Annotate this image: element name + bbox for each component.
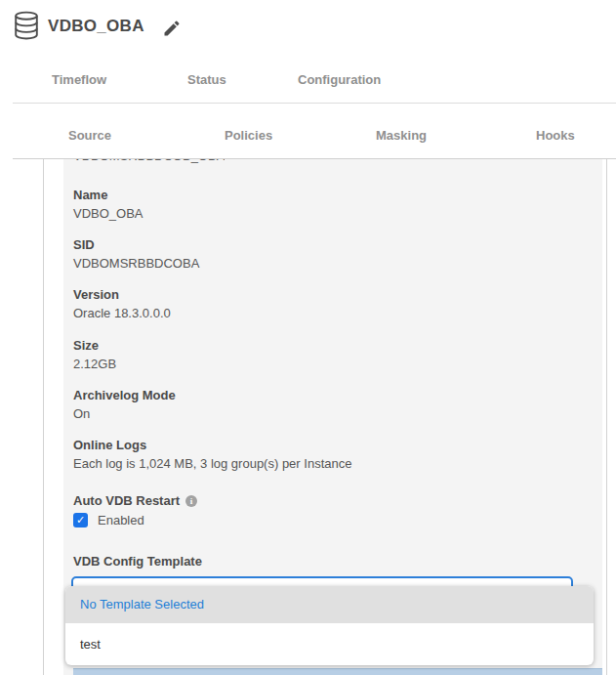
field-online-logs: Online Logs Each log is 1,024 MB, 3 log … [73, 438, 351, 471]
subtab-hooks[interactable]: Hooks [536, 128, 575, 143]
field-version: Version Oracle 18.3.0.0.0 [73, 287, 171, 320]
template-dropdown-menu: No Template Selected test [65, 586, 594, 665]
field-label: Archivelog Mode [73, 388, 176, 402]
enabled-checkbox[interactable]: ✓ [73, 513, 88, 527]
checkbox-label: Enabled [98, 513, 144, 527]
clipped-bottom-highlight [73, 668, 602, 675]
info-icon[interactable]: i [185, 495, 197, 507]
field-value: Each log is 1,024 MB, 3 log group(s) per… [73, 456, 351, 471]
scroll-area-right-border [606, 159, 607, 675]
tabs-divider [13, 103, 616, 104]
field-archivelog-mode: Archivelog Mode On [73, 388, 176, 421]
tab-configuration[interactable]: Configuration [298, 72, 381, 87]
field-label: SID [73, 237, 199, 252]
field-label: Name [73, 188, 144, 202]
tab-timeflow[interactable]: Timeflow [52, 72, 106, 87]
dropdown-option-test[interactable]: test [65, 623, 594, 665]
field-value: VDBOMSRBBDCOBA [73, 256, 199, 271]
dropdown-option-no-template[interactable]: No Template Selected [65, 586, 594, 623]
database-icon [14, 11, 39, 40]
auto-vdb-restart-label: Auto VDB Restarti [73, 493, 197, 508]
field-value: 2.12GB [73, 357, 116, 371]
subtab-source[interactable]: Source [68, 128, 111, 143]
subtab-masking[interactable]: Masking [376, 128, 427, 143]
subtab-policies[interactable]: Policies [225, 128, 272, 143]
field-name: Name VDBO_OBA [73, 188, 144, 221]
field-value: On [73, 406, 176, 421]
edit-pencil-icon[interactable] [162, 19, 182, 38]
field-value: VDBO_OBA [73, 206, 144, 221]
field-label: Version [73, 287, 171, 302]
field-label: Online Logs [73, 438, 351, 452]
field-value: Oracle 18.3.0.0.0 [73, 306, 171, 320]
field-size: Size 2.12GB [73, 338, 116, 371]
field-sid: SID VDBOMSRBBDCOBA [73, 237, 199, 271]
page-title: VDBO_OBA [48, 17, 144, 36]
field-label: Size [73, 338, 116, 353]
clipped-field-value: VDBOMSRBBDCOB_OBA [73, 159, 225, 165]
scroll-area-left-border [43, 159, 44, 675]
vdb-config-template-label: VDB Config Template [73, 554, 202, 569]
auto-restart-checkbox-row: ✓Enabled [73, 511, 144, 527]
tab-status[interactable]: Status [187, 72, 226, 87]
vdb-configuration-screen: VDBO_OBA Timeflow Status Configuration S… [0, 0, 616, 675]
